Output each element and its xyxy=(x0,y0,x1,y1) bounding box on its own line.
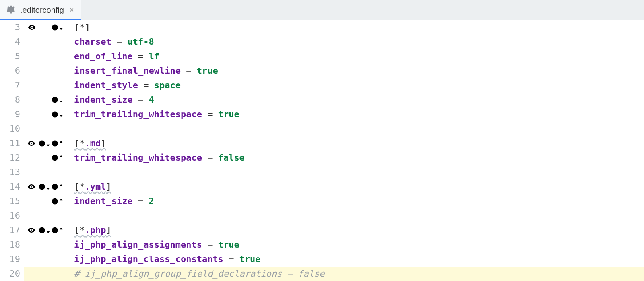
override-up-icon[interactable] xyxy=(51,182,63,191)
code-line[interactable]: 8indent_size = 4 xyxy=(0,93,644,107)
line-number: 7 xyxy=(0,78,24,93)
eye-icon[interactable] xyxy=(26,182,37,191)
line-number: 12 xyxy=(0,151,24,165)
tab-editorconfig[interactable]: .editorconfig × xyxy=(0,0,81,20)
code-line[interactable]: 19ij_php_align_class_constants = true xyxy=(0,252,644,267)
code-content: end_of_line = lf xyxy=(64,49,644,64)
override-down-icon[interactable] xyxy=(51,110,63,119)
editor-tabbar: .editorconfig × xyxy=(0,0,644,20)
gutter-icons xyxy=(24,139,64,148)
code-editor[interactable]: 3[*]4charset = utf-85end_of_line = lf6in… xyxy=(0,20,644,281)
gutter-icons xyxy=(24,182,64,191)
line-number: 10 xyxy=(0,122,24,136)
code-line[interactable]: 20# ij_php_align_group_field_declaration… xyxy=(0,267,644,281)
code-line[interactable]: 5end_of_line = lf xyxy=(0,49,644,64)
code-content: ij_php_align_class_constants = true xyxy=(64,252,644,267)
line-number: 15 xyxy=(0,194,24,209)
code-content: # ij_php_align_group_field_declarations … xyxy=(64,267,644,281)
code-content: indent_size = 4 xyxy=(64,93,644,107)
code-line[interactable]: 15indent_size = 2 xyxy=(0,194,644,209)
gutter-icons xyxy=(24,23,64,32)
line-number: 6 xyxy=(0,64,24,78)
gutter-icons xyxy=(24,153,64,162)
code-line[interactable]: 18ij_php_align_assignments = true xyxy=(0,238,644,252)
code-content: trim_trailing_whitespace = true xyxy=(64,107,644,122)
line-number: 13 xyxy=(0,165,24,180)
line-number: 20 xyxy=(0,267,24,281)
override-down-dashed-icon[interactable] xyxy=(38,182,50,191)
gutter-icons xyxy=(24,95,64,104)
line-number: 4 xyxy=(0,35,24,49)
line-number: 3 xyxy=(0,20,24,35)
code-line[interactable]: 6insert_final_newline = true xyxy=(0,64,644,78)
override-down-dashed-icon[interactable] xyxy=(38,226,50,235)
line-number: 17 xyxy=(0,223,24,238)
code-content: [*.md] xyxy=(64,136,644,151)
gear-icon xyxy=(6,4,16,16)
override-down-icon[interactable] xyxy=(51,23,63,32)
override-down-icon[interactable] xyxy=(51,95,63,104)
code-line[interactable]: 16 xyxy=(0,209,644,223)
gutter-icons xyxy=(24,110,64,119)
line-number: 19 xyxy=(0,252,24,267)
line-number: 18 xyxy=(0,238,24,252)
code-content: ij_php_align_assignments = true xyxy=(64,238,644,252)
line-number: 5 xyxy=(0,49,24,64)
eye-icon[interactable] xyxy=(26,139,37,148)
code-line[interactable]: 13 xyxy=(0,165,644,180)
code-content: trim_trailing_whitespace = false xyxy=(64,151,644,165)
code-content: [*.php] xyxy=(64,223,644,238)
code-content: indent_style = space xyxy=(64,78,644,93)
line-number: 9 xyxy=(0,107,24,122)
gutter-icons xyxy=(24,197,64,206)
code-line[interactable]: 4charset = utf-8 xyxy=(0,35,644,49)
line-number: 14 xyxy=(0,180,24,194)
code-line[interactable]: 10 xyxy=(0,122,644,136)
override-up-icon[interactable] xyxy=(51,139,63,148)
code-line[interactable]: 14[*.yml] xyxy=(0,180,644,194)
code-content: charset = utf-8 xyxy=(64,35,644,49)
code-line[interactable]: 9trim_trailing_whitespace = true xyxy=(0,107,644,122)
override-up-icon[interactable] xyxy=(51,153,63,162)
code-line[interactable]: 17[*.php] xyxy=(0,223,644,238)
code-content: [*] xyxy=(64,20,644,35)
code-content: insert_final_newline = true xyxy=(64,64,644,78)
line-number: 11 xyxy=(0,136,24,151)
line-number: 16 xyxy=(0,209,24,223)
line-number: 8 xyxy=(0,93,24,107)
override-down-dashed-icon[interactable] xyxy=(38,139,50,148)
code-line[interactable]: 3[*] xyxy=(0,20,644,35)
eye-icon[interactable] xyxy=(26,226,37,235)
code-content: indent_size = 2 xyxy=(64,194,644,209)
gutter-icons xyxy=(24,226,64,235)
code-line[interactable]: 11[*.md] xyxy=(0,136,644,151)
close-icon[interactable]: × xyxy=(70,6,74,14)
tab-filename-label: .editorconfig xyxy=(20,6,64,15)
override-up-icon[interactable] xyxy=(51,197,63,206)
code-content: [*.yml] xyxy=(64,180,644,194)
eye-icon[interactable] xyxy=(26,23,37,32)
code-line[interactable]: 7indent_style = space xyxy=(0,78,644,93)
code-line[interactable]: 12trim_trailing_whitespace = false xyxy=(0,151,644,165)
override-up-icon[interactable] xyxy=(51,226,63,235)
